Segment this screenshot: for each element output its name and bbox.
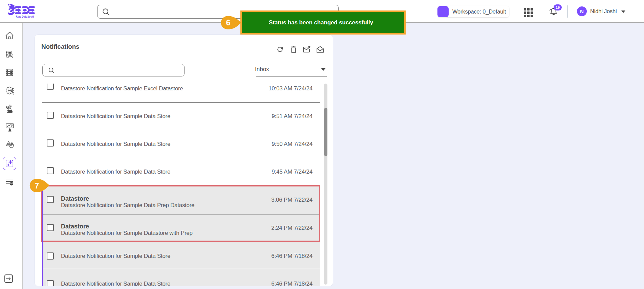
svg-text:6: 6 — [226, 18, 231, 27]
svg-text:7: 7 — [35, 181, 39, 190]
svg-text:Raw Data to AI: Raw Data to AI — [16, 15, 34, 18]
